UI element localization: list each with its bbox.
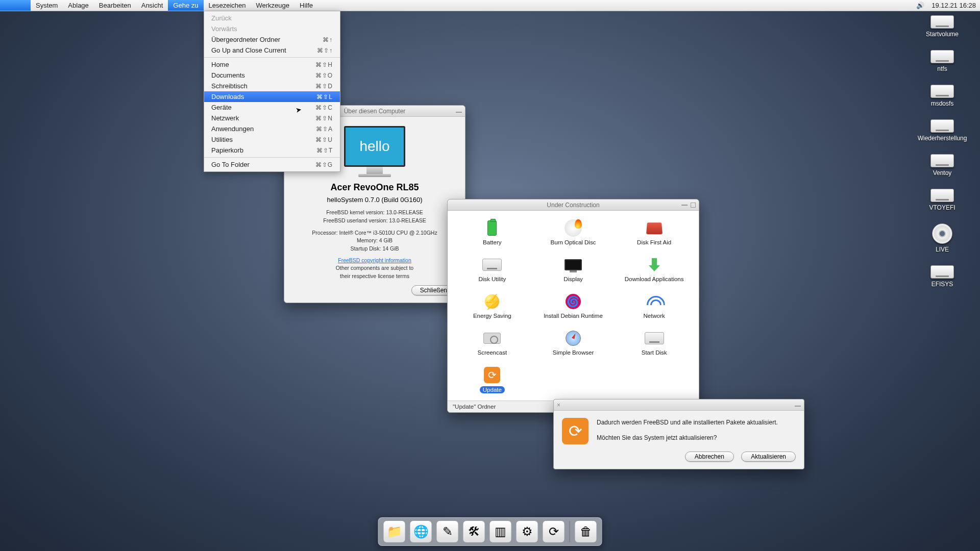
uc-item-display[interactable]: Display <box>533 254 614 285</box>
dl-icon <box>644 256 665 274</box>
minimize-icon[interactable] <box>795 406 801 407</box>
dlg-line-2: Möchten Sie das System jetzt aktualisier… <box>597 433 778 442</box>
uc-item-energy-saving[interactable]: ⚡Energy Saving <box>452 290 533 322</box>
desktop-icon-label: LIVE <box>936 246 949 253</box>
menu-ablage[interactable]: Ablage <box>63 0 93 11</box>
drive-icon <box>930 85 954 98</box>
uc-item-label: Display <box>564 276 583 282</box>
apple-menu[interactable] <box>0 0 31 11</box>
uc-item-simple-browser[interactable]: Simple Browser <box>533 327 614 359</box>
menu-item-papierkorb[interactable]: Papierkorb⌘⇧T <box>204 145 340 156</box>
dock-trash[interactable]: 🗑 <box>575 521 597 542</box>
hello-logo: hello <box>344 126 405 177</box>
menu-item-netzwerk[interactable]: Netzwerk⌘⇧N <box>204 113 340 123</box>
drive-icon <box>930 189 954 202</box>
menu-hilfe[interactable]: Hilfe <box>295 0 318 11</box>
menu-gehe zu[interactable]: Gehe zu <box>168 0 203 11</box>
uc-item-disk-utility[interactable]: Disk Utility <box>452 254 533 285</box>
menu-item-übergeordneter-ordner[interactable]: Übergeordneter Ordner⌘↑ <box>204 34 340 45</box>
menu-werkzeuge[interactable]: Werkzeuge <box>251 0 295 11</box>
dock-panel[interactable]: ▥ <box>490 521 511 542</box>
copyright-link[interactable]: FreeBSD copyright information <box>338 257 411 263</box>
menu-item-anwendungen[interactable]: Anwendungen⌘⇧A <box>204 123 340 134</box>
hello-text: hello <box>359 138 389 155</box>
close-icon[interactable]: × <box>557 402 560 409</box>
desktop-icon-wiederherstellung[interactable]: Wiederherstellung <box>912 119 973 142</box>
cancel-button[interactable]: Abbrechen <box>685 452 734 462</box>
menu-item-documents[interactable]: Documents⌘⇧O <box>204 70 340 81</box>
menu-bearbeiten[interactable]: Bearbeiten <box>94 0 136 11</box>
dock: 📁🌐✎🛠▥⚙⟳🗑 <box>378 517 602 546</box>
system-version: helloSystem 0.7.0 (Build 0G160) <box>293 196 456 204</box>
uc-item-label: Burn Optical Disc <box>551 239 596 245</box>
menu-item-geräte[interactable]: Geräte⌘⇧C <box>204 102 340 113</box>
drive-icon <box>930 154 954 167</box>
update-button[interactable]: Aktualisieren <box>741 452 796 462</box>
dlg-titlebar[interactable]: × <box>554 399 804 411</box>
desktop-icon-ntfs[interactable]: ntfs <box>912 50 973 72</box>
dock-settings[interactable]: ⚙ <box>517 521 538 542</box>
spiral-icon: 🌀 <box>563 292 583 311</box>
desktop-icon-live[interactable]: LIVE <box>912 223 973 253</box>
uc-item-label: Install Debian Runtime <box>544 313 603 319</box>
uc-item-label: Simple Browser <box>553 349 594 356</box>
orb-icon: ⚡ <box>482 292 502 311</box>
menu-item-home[interactable]: Home⌘⇧H <box>204 59 340 70</box>
desktop-icon-label: msdosfs <box>931 100 954 107</box>
uc-titlebar[interactable]: Under Construction <box>448 199 699 211</box>
drive-icon <box>930 265 954 279</box>
minimize-icon[interactable] <box>681 205 688 206</box>
menu-lesezeichen[interactable]: Lesezeichen <box>204 0 251 11</box>
minimize-icon[interactable] <box>456 112 462 113</box>
uc-item-label: Network <box>644 313 665 319</box>
uc-item-disk-first-aid[interactable]: Disk First Aid <box>614 217 695 248</box>
menu-item-zurück: Zurück <box>204 13 340 23</box>
dock-utilities[interactable]: 🛠 <box>463 521 485 542</box>
uc-item-screencast[interactable]: Screencast <box>452 327 533 359</box>
uc-item-label: Disk First Aid <box>637 239 671 245</box>
uc-item-install-debian-runtime[interactable]: 🌀Install Debian Runtime <box>533 290 614 322</box>
menu-item-go-up-and-close-current[interactable]: Go Up and Close Current⌘⇧↑ <box>204 45 340 56</box>
uc-item-update[interactable]: ⟳Update <box>452 364 533 396</box>
drive-icon <box>930 15 954 29</box>
menu-item-utilities[interactable]: Utilities⌘⇧U <box>204 134 340 145</box>
desktop-icon-label: Startvolume <box>926 31 959 38</box>
display-icon <box>563 256 583 274</box>
desktop-icon-startvolume[interactable]: Startvolume <box>912 15 973 38</box>
volume-icon[interactable]: 🔊 <box>916 2 924 9</box>
license-note-1: Other components are subject to <box>293 264 456 272</box>
uc-item-burn-optical-disc[interactable]: Burn Optical Disc <box>533 217 614 248</box>
maximize-icon[interactable] <box>691 203 696 208</box>
desktop-icon-msdosfs[interactable]: msdosfs <box>912 85 973 107</box>
dock-browser[interactable]: 🌐 <box>410 521 432 542</box>
license-note-2: their respective license terms <box>293 272 456 281</box>
menubar: SystemAblageBearbeitenAnsichtGehe zuLese… <box>0 0 980 11</box>
uc-item-battery[interactable]: Battery <box>452 217 533 248</box>
desktop-icon-vtoyefi[interactable]: VTOYEFI <box>912 189 973 211</box>
menu-ansicht[interactable]: Ansicht <box>136 0 168 11</box>
cd-icon <box>932 223 952 244</box>
userland-version: FreeBSD userland version: 13.0-RELEASE <box>293 217 456 225</box>
memory-info: Memory: 4 GiB <box>293 237 456 245</box>
safari-icon <box>563 329 583 347</box>
dock-update[interactable]: ⟳ <box>543 521 565 542</box>
menu-item-go-to-folder[interactable]: Go To Folder⌘⇧G <box>204 159 340 170</box>
wifi-icon <box>644 292 665 311</box>
uc-item-label: Screencast <box>478 349 507 356</box>
drive-icon <box>930 50 954 63</box>
disk-info: Startup Disk: 14 GiB <box>293 245 456 253</box>
desktop-icon-efisys[interactable]: EFISYS <box>912 265 973 288</box>
menu-item-downloads[interactable]: Downloads⌘⇧L <box>204 91 340 102</box>
uc-item-network[interactable]: Network <box>614 290 695 322</box>
about-title: Über diesen Computer <box>344 108 406 115</box>
uc-item-download-applications[interactable]: Download Applications <box>614 254 695 285</box>
menu-item-schreibtisch[interactable]: Schreibtisch⌘⇧D <box>204 81 340 91</box>
desktop-icon-ventoy[interactable]: Ventoy <box>912 154 973 177</box>
menu-system[interactable]: System <box>31 0 63 11</box>
dock-editor[interactable]: ✎ <box>437 521 458 542</box>
uc-item-start-disk[interactable]: Start Disk <box>614 327 695 359</box>
desktop-icon-label: ntfs <box>937 65 947 72</box>
product-name: Acer RevoOne RL85 <box>293 182 456 193</box>
uc-item-label: Update <box>480 386 505 393</box>
dock-files[interactable]: 📁 <box>384 521 405 542</box>
